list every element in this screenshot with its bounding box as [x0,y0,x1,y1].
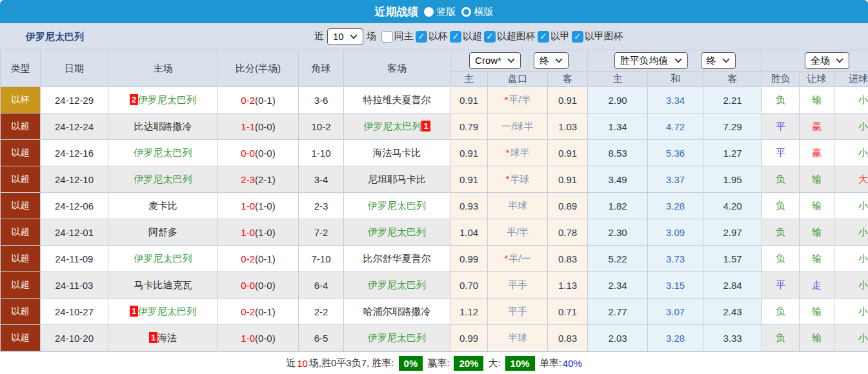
corner-cell: 7-2 [299,219,344,246]
checkbox-checked-icon[interactable] [450,31,461,43]
odds-home-value: 0.91 [459,148,478,159]
radio-horizontal-label[interactable]: 横版 [474,6,494,18]
league-filter-label[interactable]: 同主 [394,30,414,43]
handicap-line-cell: 平手 [488,299,548,325]
red-rank-badge: 1 [149,332,157,343]
odds-time-value: 终 [540,54,549,67]
match-type-label: 以超 [12,279,30,290]
checkbox-checked-icon[interactable] [484,31,496,43]
col-header-away: 客场 [344,50,450,87]
corner-count: 7-10 [311,253,330,264]
mean-draw-cell: 3.09 [648,219,703,246]
mean-odds-select[interactable]: 胜平负均值 [614,52,688,69]
date-cell: 24-11-09 [41,246,108,272]
handicap-line-cell: *半/一 [488,246,548,272]
match-type-cell: 以超 [1,299,41,325]
halftime-score: (0-0) [255,333,276,344]
mean-away-value: 2.43 [723,306,742,317]
odds-away-cell: 0.91 [548,166,588,193]
wdl-result-cell: 负 [762,246,800,272]
away-team-cell: 哈浦尔耶路撒冷 [344,299,450,325]
halftime-score: (0-1) [255,306,276,317]
odds-home-cell: 0.99 [450,325,488,351]
radio-selected-icon[interactable] [424,7,434,17]
odds-home-cell: 1.04 [450,219,488,246]
wdl-result: 平 [776,121,785,132]
filter-bar: 伊罗尼太巴列 近 10 场 同主以杯以超以超图杯以甲以甲图杯 [0,23,868,50]
goals-result-cell: 小 [834,87,868,113]
halftime-score: (1-0) [255,201,276,212]
goals-result: 小 [858,332,868,343]
league-filter-4[interactable]: 以甲 [538,30,570,43]
league-filter-0[interactable]: 同主 [381,30,414,43]
match-date: 24-12-16 [55,148,94,159]
scope-select[interactable]: 全场 [805,52,849,69]
radio-vertical-layout[interactable]: 竖版 [424,6,456,18]
sub-header-handicap: 让球 [800,72,834,87]
handicap-line-cell: *平/半 [488,87,548,113]
odds-away-cell: 1.03 [548,113,588,140]
match-type-cell: 以超 [1,193,41,219]
league-filter-label[interactable]: 以甲 [550,30,570,43]
league-filter-label[interactable]: 以甲图杯 [585,30,623,43]
wdl-result: 平 [776,279,785,290]
checkbox-checked-icon[interactable] [572,31,583,43]
handicap-rate-label: 赢率: [427,357,449,369]
odds-home-value: 0.79 [459,121,478,132]
mean-draw-value: 3.34 [666,95,685,106]
mean-draw-value: 3.37 [666,174,685,185]
odds-time-select[interactable]: 终 [534,52,569,69]
score-cell: 1-0(1-0) [218,219,299,246]
sub-header-line: 盘口 [488,72,548,87]
league-filter-1[interactable]: 以杯 [416,30,448,43]
date-cell: 24-12-24 [41,113,108,140]
mean-time-select[interactable]: 终 [701,52,736,69]
radio-vertical-label[interactable]: 竖版 [437,6,456,18]
sub-header-odds-away: 客 [548,72,588,87]
radio-horizontal-layout[interactable]: 横版 [461,6,494,18]
corner-cell: 2-3 [299,193,344,219]
checkbox-checked-icon[interactable] [416,31,427,43]
checkbox-unchecked-icon[interactable] [381,31,393,43]
league-filter-label[interactable]: 以杯 [429,30,448,43]
match-type-label: 以超 [12,253,30,263]
league-filter-2[interactable]: 以超 [450,30,482,43]
odds-away-value: 1.03 [558,121,577,132]
mean-away-value: 1.57 [723,253,742,264]
mean-home-value: 2.03 [608,333,627,344]
goals-result-cell: 小 [834,140,868,166]
mean-away-cell: 3.33 [703,325,762,351]
handicap-result-cell: 输 [800,166,834,193]
odds-home-value: 0.91 [459,95,478,106]
summary-count: 10 [297,358,308,369]
radio-unselected-icon[interactable] [461,7,471,17]
score-cell: 2-3(2-1) [218,166,299,193]
away-team-name: 特拉维夫夏普尔 [363,94,431,105]
away-team-cell: 伊罗尼太巴列 [344,325,450,351]
league-filter-5[interactable]: 以甲图杯 [572,30,623,43]
match-type-label: 以超 [12,332,30,342]
league-filter-label[interactable]: 以超图杯 [497,30,536,43]
handicap-result-cell: 输 [800,193,834,219]
home-team-name: 伊罗尼太巴列 [134,147,192,158]
match-count-select[interactable]: 10 [327,28,363,45]
chevron-down-icon [674,58,682,63]
odds-home-cell: 0.91 [450,140,488,166]
mean-away-cell: 2.21 [703,87,762,113]
odds-away-cell: 1.13 [548,272,588,299]
home-team-name: 伊罗尼太巴列 [134,173,192,184]
handicap-result: 输 [812,332,822,343]
league-filter-3[interactable]: 以超图杯 [484,30,536,43]
match-type-cell: 以超 [1,325,41,351]
away-team-name: 伊罗尼太巴列 [363,121,421,132]
big-rate-badge: 10% [505,356,535,371]
league-filter-label[interactable]: 以超 [463,30,482,43]
checkbox-checked-icon[interactable] [538,31,549,43]
mean-home-cell: 1.82 [588,193,648,219]
match-row: 以超24-12-16伊罗尼太巴列0-0(0-0)1-10海法马卡比0.91*球半… [1,140,868,166]
odds-company-select[interactable]: Crow* [469,52,521,69]
wdl-result-cell: 平 [762,140,800,166]
handicap-line-value: 平/半 [509,94,530,105]
unit-label: 场 [367,30,376,43]
handicap-line-value: 半球 [508,200,527,211]
